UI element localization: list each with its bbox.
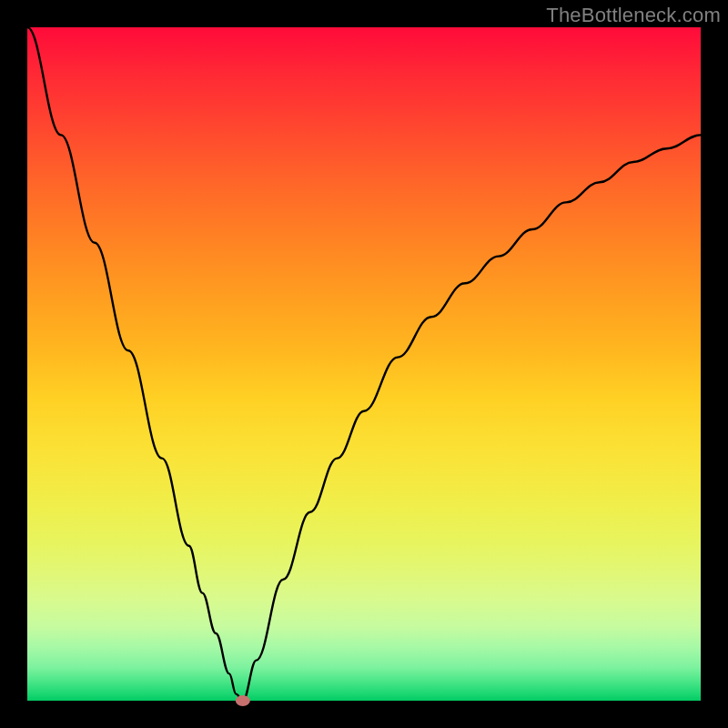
optimum-marker	[236, 695, 250, 706]
chart-frame: TheBottleneck.com	[0, 0, 728, 728]
chart-svg	[27, 27, 701, 701]
bottleneck-curve	[27, 27, 701, 701]
watermark-text: TheBottleneck.com	[546, 4, 721, 27]
